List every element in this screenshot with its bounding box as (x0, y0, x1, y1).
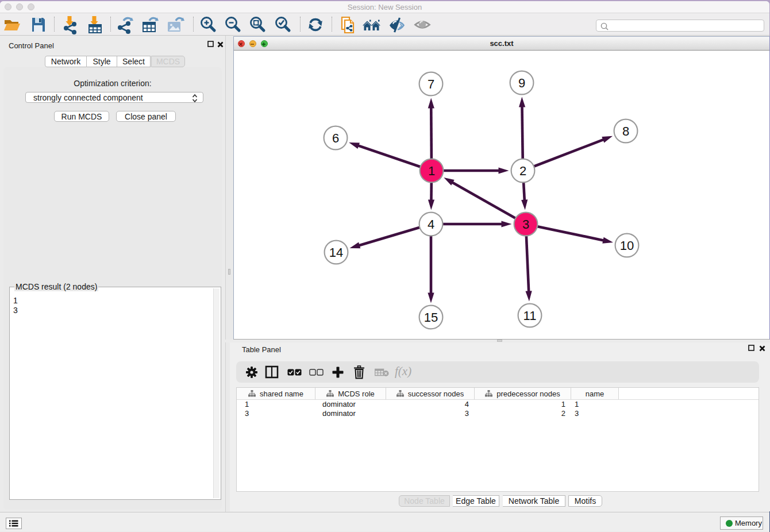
svg-text:9: 9 (518, 76, 525, 90)
svg-text:15: 15 (424, 310, 438, 325)
svg-text:1: 1 (428, 164, 435, 178)
svg-text:6: 6 (332, 131, 339, 145)
svg-text:4: 4 (428, 217, 434, 232)
svg-text:7: 7 (428, 77, 434, 91)
svg-text:11: 11 (523, 309, 537, 323)
svg-text:14: 14 (329, 245, 343, 260)
svg-text:3: 3 (522, 217, 529, 232)
svg-text:10: 10 (620, 238, 634, 253)
svg-text:2: 2 (519, 164, 526, 178)
svg-text:8: 8 (622, 124, 629, 138)
